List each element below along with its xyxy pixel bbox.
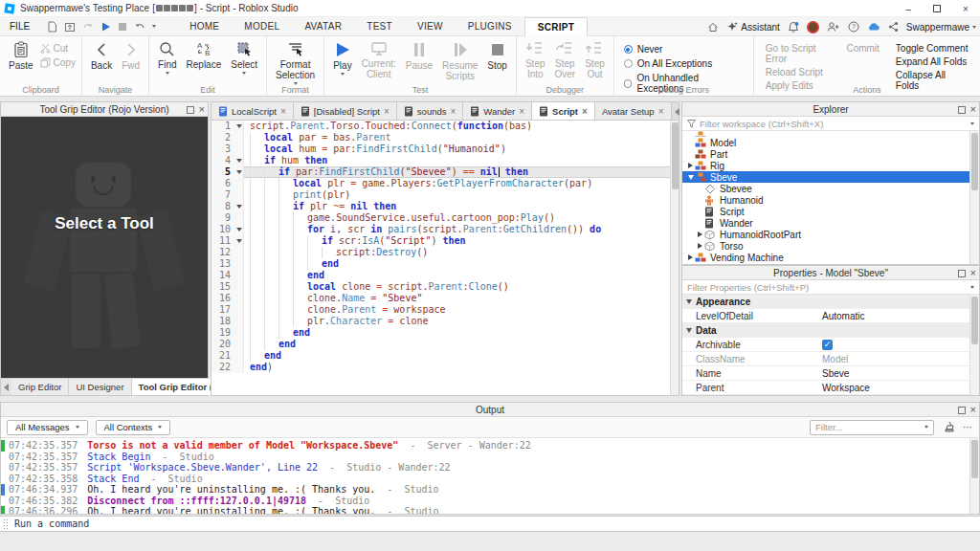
code-line-18[interactable]: 18plr.Character = clone <box>212 316 670 327</box>
collaborate-icon[interactable] <box>827 21 840 33</box>
tree-item-humanoidrootpart[interactable]: HumanoidRootPart <box>682 229 969 240</box>
tool-grip-viewport[interactable]: Select a Tool <box>1 117 208 378</box>
play-quick-icon[interactable] <box>100 21 111 33</box>
stop-quick-icon[interactable] <box>118 22 127 32</box>
code-line-5[interactable]: 5if par:FindFirstChild("Sbevee") == nil … <box>212 166 670 178</box>
all-messages-dropdown[interactable]: All Messages <box>7 420 88 435</box>
code-line-13[interactable]: 13end <box>212 258 670 270</box>
maximize-button[interactable] <box>923 0 951 17</box>
tree-item-rig[interactable]: Rig <box>682 160 969 171</box>
script-tab-localscript[interactable]: LocalScript× <box>212 102 294 120</box>
undo-icon[interactable] <box>134 21 145 33</box>
all-contexts-dropdown[interactable]: All Contexts <box>96 420 171 435</box>
property-section-data[interactable]: Data <box>682 323 969 338</box>
tab-close-icon[interactable]: × <box>582 106 588 117</box>
menu-tab-model[interactable]: MODEL <box>232 17 292 36</box>
paste-button[interactable]: Paste <box>4 39 38 73</box>
find-button[interactable]: Find <box>153 39 181 77</box>
menu-tab-plugins[interactable]: PLUGINS <box>456 17 524 36</box>
expand-all-folds-button[interactable]: Expand All Folds <box>896 56 969 67</box>
explorer-close-icon[interactable]: × <box>970 104 976 115</box>
redo-icon[interactable] <box>82 21 94 33</box>
assistant-button[interactable]: Assistant <box>726 21 780 33</box>
tree-item-humanoid[interactable]: Humanoid <box>682 194 969 206</box>
tree-item-model[interactable]: Model <box>682 137 969 148</box>
tree-item-sbevee[interactable]: Sbevee <box>682 183 969 194</box>
minimize-button[interactable]: – <box>894 0 923 17</box>
code-line-19[interactable]: 19end <box>212 327 670 339</box>
panel-float-icon[interactable] <box>187 106 194 114</box>
properties-scrollbar[interactable] <box>969 295 979 395</box>
script-tab-wander[interactable]: Wander× <box>463 102 532 120</box>
panel-close-icon[interactable]: × <box>199 104 205 115</box>
debug-errors-all-radio[interactable]: On All Exceptions <box>624 58 744 69</box>
output-log[interactable]: 07:42:35.357Torso is not a valid member … <box>1 438 969 514</box>
forward-button[interactable]: Fwd <box>117 39 145 73</box>
code-line-6[interactable]: 6local plr = game.Players:GetPlayerFromC… <box>212 178 670 189</box>
pause-button[interactable]: Pause <box>401 39 437 73</box>
toolbar-customize-chevron[interactable] <box>152 25 156 28</box>
explorer-filter-input[interactable]: Filter workspace (Ctrl+Shift+X) <box>682 117 979 131</box>
tree-item-sbeve[interactable]: Sbeve <box>682 171 969 183</box>
code-line-4[interactable]: 4if hum then <box>212 155 670 166</box>
commit-button[interactable]: Commit <box>846 43 879 64</box>
script-tabs-prev-icon[interactable] <box>675 108 679 116</box>
menu-tab-script[interactable]: SCRIPT <box>524 17 588 36</box>
code-line-16[interactable]: 16clone.Name = "Sbeve" <box>212 293 670 304</box>
toggle-comment-button[interactable]: Toggle Comment <box>896 43 969 54</box>
play-button[interactable]: Play <box>328 39 356 77</box>
tree-expand-icon[interactable] <box>696 231 704 237</box>
output-line-4[interactable]: 07:42:35.358Stack End - Studio <box>1 474 969 485</box>
stop-button[interactable]: Stop <box>482 39 512 73</box>
close-button[interactable]: × <box>951 0 980 17</box>
tree-expand-icon[interactable] <box>696 243 704 249</box>
goto-script-error-button[interactable]: Go to Script Error <box>766 43 835 64</box>
step-out-button[interactable]: StepOut <box>580 39 610 81</box>
code-line-2[interactable]: 2local par = bas.Parent <box>212 132 670 143</box>
property-section-appearance[interactable]: Appearance <box>682 295 969 309</box>
step-over-button[interactable]: StepOver <box>550 39 581 81</box>
left-tab-ui-designer[interactable]: UI Designer <box>69 379 131 395</box>
code-line-15[interactable]: 15local clone = script.Parent:Clone() <box>212 281 670 293</box>
menu-tab-view[interactable]: VIEW <box>405 17 456 36</box>
fold-arrow-icon[interactable] <box>234 235 244 247</box>
tab-close-icon[interactable]: × <box>658 106 664 117</box>
user-menu[interactable]: Swappermawe <box>906 22 976 33</box>
code-area[interactable]: 1script.Parent.Torso.Touched:Connect(fun… <box>212 121 670 395</box>
menu-tab-test[interactable]: TEST <box>354 17 405 36</box>
property-value[interactable]: Model <box>822 354 848 364</box>
code-line-7[interactable]: 7print(plr) <box>212 189 670 201</box>
properties-close-icon[interactable]: × <box>970 268 976 278</box>
code-line-20[interactable]: 20end <box>212 339 670 350</box>
script-tab-script[interactable]: Script× <box>532 102 595 120</box>
tree-item-script[interactable]: Script <box>682 206 969 217</box>
copy-button[interactable]: Copy <box>40 57 76 68</box>
open-file-icon[interactable] <box>64 21 76 33</box>
output-line-5[interactable]: 07:46:34.937Oh. I heard you're uninstall… <box>1 484 969 496</box>
cloud-sync-icon[interactable] <box>867 22 880 32</box>
output-float-icon[interactable] <box>958 407 966 414</box>
tree-expand-icon[interactable] <box>686 163 695 168</box>
tree-expand-icon[interactable] <box>686 175 695 180</box>
tab-close-icon[interactable]: × <box>519 106 524 117</box>
code-line-17[interactable]: 17clone.Parent = workspace <box>212 304 670 316</box>
fold-arrow-icon[interactable] <box>234 224 244 235</box>
output-more-menu[interactable]: ⋯ <box>963 422 973 432</box>
fold-arrow-icon[interactable] <box>234 155 244 166</box>
output-line-1[interactable]: 07:42:35.357Torso is not a valid member … <box>1 440 969 452</box>
reload-script-button[interactable]: Reload Script <box>766 67 880 77</box>
output-filter-input[interactable]: Filter... <box>810 420 934 435</box>
tree-item-part[interactable]: Part <box>682 148 969 160</box>
current-client-button[interactable]: Current:Client <box>357 39 401 81</box>
output-line-3[interactable]: 07:42:35.357Script 'Workspace.Sbeve.Wand… <box>1 462 969 474</box>
property-value[interactable]: Sbeve <box>822 368 849 379</box>
command-bar-grip[interactable] <box>3 518 9 530</box>
archivable-checkbox[interactable]: ✓ <box>822 340 833 350</box>
output-line-6[interactable]: 07:46:35.382Disconnect from ::ffff:127.0… <box>1 496 969 507</box>
back-button[interactable]: Back <box>86 39 117 73</box>
format-selection-button[interactable]: FormatSelection <box>271 39 320 87</box>
select-button[interactable]: Select <box>226 39 262 77</box>
property-value[interactable]: Workspace <box>822 383 870 393</box>
explorer-float-icon[interactable] <box>958 106 966 114</box>
menu-tab-avatar[interactable]: AVATAR <box>292 17 354 36</box>
